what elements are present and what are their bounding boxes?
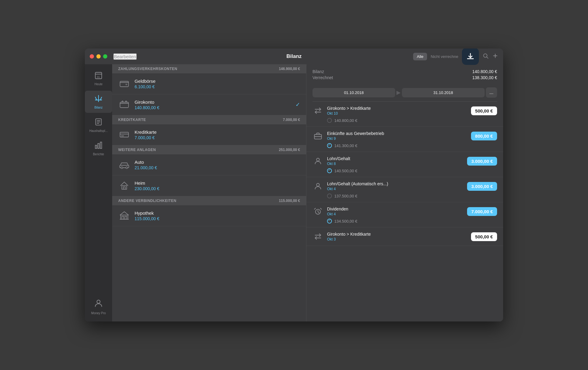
balance-bilanz-label: Bilanz [312, 69, 324, 74]
transaction-balance-tx3: 140.500,00 € [312, 168, 497, 173]
close-button[interactable] [90, 54, 94, 59]
svg-point-26 [121, 167, 123, 169]
section-kreditkarte: KREDITKARTE 7.000,00 € [112, 115, 306, 124]
section-verbindlichkeiten: ANDERE VERBINDLICHKEITEN 115.000,00 € [112, 196, 306, 205]
date-from-button[interactable]: 01.10.2018 [312, 88, 395, 97]
minimize-button[interactable] [96, 54, 101, 59]
account-kreditkarte[interactable]: Kreditkarte 7.000,00 € [112, 124, 306, 145]
titlebar: Bearbeiten Bilanz Alle Nicht verrechne [85, 49, 503, 64]
account-name-hypothek: Hypothek [135, 210, 300, 216]
transaction-main-tx6: Girokonto > Kreditkarte Okt 3 500,00 € [312, 231, 497, 242]
transaction-name-tx1: Girokonto > Kreditkarte [327, 106, 467, 111]
account-auto[interactable]: Auto 21.000,00 € [112, 154, 306, 175]
profile-icon [94, 298, 103, 310]
transaction-main-tx4: Lohn/Gehalt (Automatisch ers...) Okt 4 3… [312, 181, 497, 192]
reports-icon [94, 141, 103, 151]
account-amount-hypothek: 115.000,00 € [135, 216, 300, 221]
sidebar-item-haushalt[interactable]: Haushaltspl... [85, 114, 112, 136]
account-info-girokonto: Girokonto 140.800,00 € [135, 99, 296, 110]
edit-button[interactable]: Bearbeiten [113, 53, 137, 60]
sidebar-label-moneypro: Money Pro [91, 311, 106, 315]
transaction-main-tx3: Lohn/Gehalt Okt 8 3.000,00 € [312, 156, 497, 166]
balance-header: Bilanz 140.800,00 € Verrechnet 138.300,0… [306, 64, 503, 84]
transaction-item-tx2[interactable]: Einkünfte aus Gewerbebetrieb Okt 9 800,0… [306, 127, 503, 152]
checkmark-icon: ✓ [296, 101, 300, 108]
transaction-item-tx4[interactable]: Lohn/Gehalt (Automatisch ers...) Okt 4 3… [306, 177, 503, 202]
transaction-amount-tx5: 7.000,00 € [467, 207, 497, 216]
account-name-geldboerse: Geldbörse [135, 79, 300, 84]
transaction-amount-tx2: 800,00 € [471, 132, 497, 140]
sidebar-label-haushalt: Haushaltspl... [89, 129, 108, 133]
svg-point-20 [122, 101, 123, 102]
section-title-weitere: WEITERE ANLAGEN [118, 148, 156, 152]
svg-rect-18 [125, 84, 127, 85]
sidebar-label-bilanz: Bilanz [94, 106, 102, 109]
balance-cleared-row: Verrechnet 138.300,00 € [312, 75, 497, 80]
person-icon-tx4 [312, 181, 323, 192]
section-title-verbindlichkeiten: ANDERE VERBINDLICHKEITEN [118, 199, 176, 203]
transaction-item-tx5[interactable]: Dividenden Okt 4 7.000,00 € 134.500,00 € [306, 202, 503, 227]
briefcase-icon [312, 130, 323, 141]
transaction-item-tx6[interactable]: Girokonto > Kreditkarte Okt 3 500,00 € [306, 227, 503, 246]
home-icon [118, 180, 130, 192]
add-icon [492, 53, 498, 59]
transaction-info-tx5: Dividenden Okt 4 [327, 207, 463, 216]
transaction-name-tx6: Girokonto > Kreditkarte [327, 232, 467, 237]
transaction-date-tx4: Okt 4 [327, 187, 463, 191]
transaction-amount-tx1: 500,00 € [471, 106, 497, 115]
sidebar-label-berichte: Berichte [93, 153, 104, 156]
account-info-auto: Auto 21.000,00 € [135, 160, 300, 170]
transaction-item-tx3[interactable]: Lohn/Gehalt Okt 8 3.000,00 € 140.500,00 … [306, 152, 503, 177]
download-button[interactable] [462, 49, 479, 65]
sidebar-item-bilanz[interactable]: Bilanz [85, 91, 112, 113]
account-amount-geldboerse: 6.100,00 € [135, 84, 300, 89]
transaction-item-tx1[interactable]: Girokonto > Kreditkarte Okt 10 500,00 € … [306, 102, 503, 127]
account-amount-kreditkarte: 7.000,00 € [135, 135, 300, 140]
svg-rect-32 [125, 216, 127, 219]
account-hypothek[interactable]: Hypothek 115.000,00 € [112, 205, 306, 226]
transaction-balance-tx5: 134.500,00 € [312, 219, 497, 224]
balance-bilanz-value: 140.800,00 € [472, 69, 497, 74]
running-balance-tx3: 140.500,00 € [334, 169, 357, 173]
date-more-button[interactable]: ... [486, 87, 497, 98]
svg-rect-22 [120, 132, 129, 137]
running-balance-tx4: 137.500,00 € [334, 194, 357, 198]
running-balance-tx5: 134.500,00 € [334, 219, 357, 224]
balance-bilanz-row: Bilanz 140.800,00 € [312, 69, 497, 74]
filter-all-button[interactable]: Alle [413, 53, 427, 60]
svg-point-16 [97, 300, 100, 303]
running-balance-tx2: 141.300,00 € [334, 143, 357, 148]
account-geldboerse[interactable]: Geldbörse 6.100,00 € [112, 73, 306, 94]
svg-rect-29 [123, 187, 125, 189]
download-icon [466, 52, 474, 60]
add-button[interactable] [492, 53, 498, 60]
account-name-heim: Heim [135, 180, 300, 186]
transaction-info-tx2: Einkünfte aus Gewerbebetrieb Okt 9 [327, 131, 467, 141]
transaction-date-tx6: Okt 3 [327, 237, 467, 241]
filter-uncleared-button[interactable]: Nicht verrechne [431, 54, 458, 59]
section-total-kreditkarte: 7.000,00 € [283, 118, 300, 122]
account-girokonto[interactable]: Girokonto 140.800,00 € ✓ [112, 94, 306, 115]
sidebar-item-heute[interactable]: 31 Heute [85, 67, 112, 89]
transaction-date-tx2: Okt 9 [327, 136, 467, 141]
transaction-info-tx4: Lohn/Gehalt (Automatisch ers...) Okt 4 [327, 181, 463, 191]
svg-line-1 [487, 57, 488, 58]
date-to-button[interactable]: 31.10.2018 [402, 88, 485, 97]
section-total-weitere: 251.000,00 € [279, 148, 300, 152]
sidebar-bottom-profile[interactable]: Money Pro [89, 295, 108, 318]
sidebar-item-berichte[interactable]: Berichte [85, 137, 112, 160]
date-range: 01.10.2018 ▶ 31.10.2018 ... [312, 87, 497, 98]
account-info-geldboerse: Geldbörse 6.100,00 € [135, 79, 300, 89]
transaction-balance-tx2: 141.300,00 € [312, 143, 497, 148]
account-heim[interactable]: Heim 230.000,00 € [112, 175, 306, 196]
status-unchecked-tx4 [327, 193, 332, 198]
search-button[interactable] [483, 53, 489, 60]
transaction-balance-tx1: 140.800,00 € [312, 118, 497, 123]
calendar-icon: 31 [94, 71, 103, 81]
section-total-zahlungsverkehr: 146.900,00 € [279, 67, 300, 71]
transactions-panel: Bilanz 140.800,00 € Verrechnet 138.300,0… [306, 64, 503, 321]
person-icon-tx3 [312, 156, 323, 166]
maximize-button[interactable] [103, 54, 107, 59]
status-checked-tx5 [327, 219, 332, 224]
transaction-info-tx1: Girokonto > Kreditkarte Okt 10 [327, 106, 467, 116]
